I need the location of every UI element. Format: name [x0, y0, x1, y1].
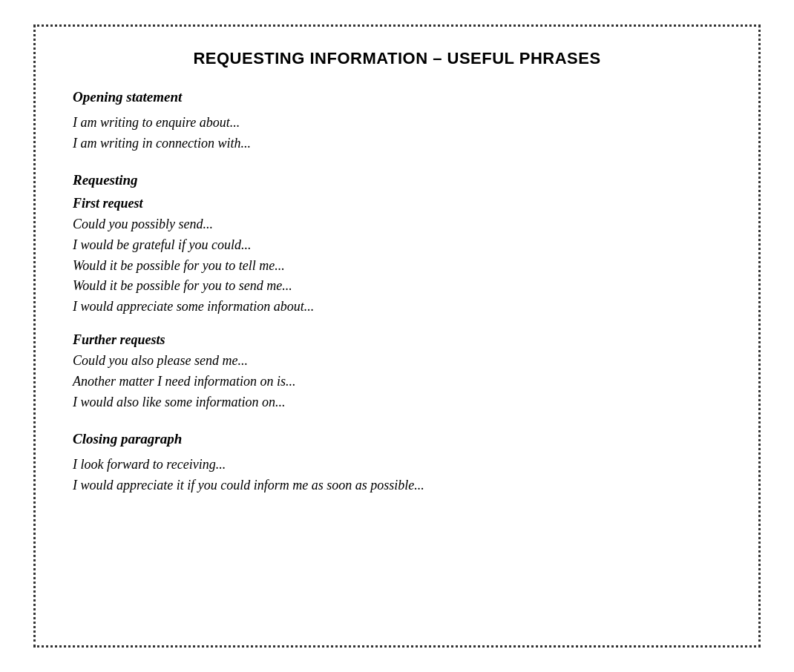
section-requesting: Requesting First request Could you possi…: [73, 172, 721, 413]
phrase-first-5: I would appreciate some information abou…: [73, 297, 721, 317]
phrase-further-2: Another matter I need information on is.…: [73, 372, 721, 392]
phrase-closing-2: I would appreciate it if you could infor…: [73, 475, 721, 496]
phrase-closing-1: I look forward to receiving...: [73, 455, 721, 475]
section-heading-closing: Closing paragraph: [73, 431, 721, 447]
phrase-first-2: I would be grateful if you could...: [73, 235, 721, 256]
subheading-first-request: First request: [73, 196, 721, 211]
section-closing: Closing paragraph I look forward to rece…: [73, 431, 721, 496]
section-opening-statement: Opening statement I am writing to enquir…: [73, 89, 721, 154]
subheading-further-requests: Further requests: [73, 332, 721, 348]
phrase-opening-1: I am writing to enquire about...: [73, 113, 721, 134]
phrase-further-1: Could you also please send me...: [73, 351, 721, 372]
subsection-further-requests: Further requests Could you also please s…: [73, 332, 721, 413]
phrase-opening-2: I am writing in connection with...: [73, 134, 721, 154]
main-card: REQUESTING INFORMATION – USEFUL PHRASES …: [33, 24, 761, 648]
phrase-first-1: Could you possibly send...: [73, 214, 721, 235]
page-title: REQUESTING INFORMATION – USEFUL PHRASES: [73, 49, 721, 68]
phrase-block-opening: I am writing to enquire about... I am wr…: [73, 113, 721, 154]
section-heading-requesting: Requesting: [73, 172, 721, 188]
section-heading-opening: Opening statement: [73, 89, 721, 105]
subsection-first-request: First request Could you possibly send...…: [73, 196, 721, 317]
phrase-first-3: Would it be possible for you to tell me.…: [73, 256, 721, 277]
phrase-first-4: Would it be possible for you to send me.…: [73, 276, 721, 297]
phrase-further-3: I would also like some information on...: [73, 392, 721, 413]
